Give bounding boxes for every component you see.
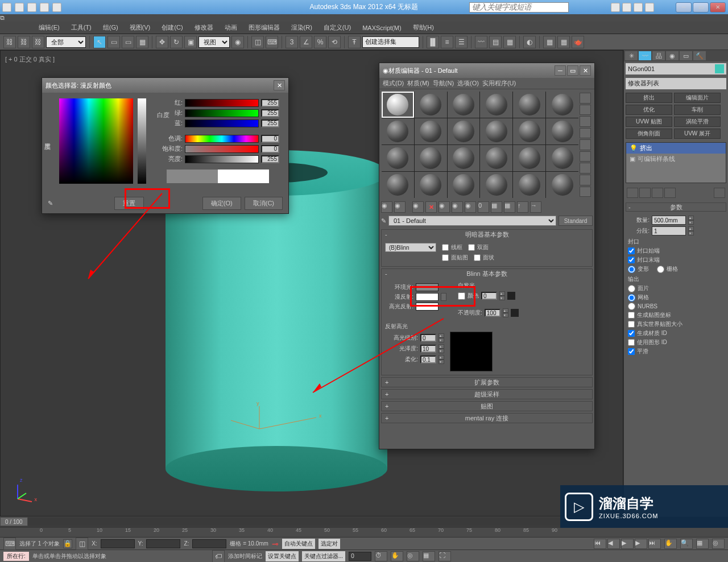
blue-slider[interactable] (185, 119, 259, 127)
x-coord-input[interactable] (101, 539, 135, 548)
show-end-icon[interactable]: ▦ (504, 201, 515, 213)
backlight-icon[interactable] (580, 105, 591, 115)
mod-editpatch-button[interactable]: 编辑面片 (674, 93, 721, 103)
hierarchy-tab-icon[interactable]: 品 (652, 51, 665, 60)
blinn-rollout-header[interactable]: Blinn 基本参数 (382, 269, 592, 278)
background-icon[interactable] (580, 116, 591, 127)
help-icon[interactable] (645, 3, 654, 12)
mray-rollout-header[interactable]: mental ray 连接 (382, 414, 592, 423)
val-slider[interactable] (185, 155, 259, 163)
set-key-button[interactable]: 设置关键点 (266, 551, 299, 561)
mat-options-menu[interactable]: 选项(O) (457, 79, 479, 88)
menu-help[interactable]: 帮助(H) (408, 22, 439, 33)
menu-views[interactable]: 视图(V) (125, 22, 155, 33)
sample-slot[interactable] (480, 145, 512, 171)
layer-icon[interactable]: ☰ (455, 36, 468, 48)
mod-lathe-button[interactable]: 车削 (674, 105, 721, 115)
facemap-checkbox[interactable] (442, 254, 449, 261)
maximize-button[interactable]: ▭ (693, 2, 709, 13)
lock-icon[interactable]: 🔒 (63, 539, 72, 548)
sample-slot[interactable] (382, 92, 414, 118)
sample-type-icon[interactable] (580, 93, 591, 104)
sample-slot[interactable] (448, 172, 480, 198)
real-world-checkbox[interactable] (628, 321, 635, 328)
angle-snap-icon[interactable]: ∠ (300, 36, 312, 48)
lock-icon[interactable] (441, 293, 446, 301)
menu-create[interactable]: 创建(C) (157, 22, 187, 33)
val-input[interactable] (261, 155, 279, 163)
time-slider-thumb[interactable]: 0 / 100 (0, 517, 28, 526)
spec-level-input[interactable] (420, 334, 436, 342)
select-by-mat-icon[interactable] (580, 175, 591, 185)
sample-slot[interactable] (513, 145, 545, 171)
viewport-nav-icon[interactable]: ✋ (664, 539, 677, 549)
make-copy-icon[interactable]: ◉ (439, 201, 450, 213)
sample-slot[interactable] (415, 145, 447, 171)
app-logo-icon[interactable]: ⧉ (0, 14, 728, 22)
sample-slot[interactable] (546, 172, 578, 198)
select-name-icon[interactable]: ▭ (107, 36, 120, 48)
show-map-icon[interactable]: ▦ (491, 201, 502, 213)
edit-named-icon[interactable]: Ŧ (348, 36, 361, 48)
viewport-nav-icon[interactable]: 🔍 (680, 539, 693, 549)
prev-frame-icon[interactable]: ◀ (607, 539, 620, 549)
cancel-button[interactable]: 取消(C) (245, 197, 283, 210)
z-coord-input[interactable] (192, 539, 226, 548)
ref-coord-select[interactable]: 视图 (198, 36, 230, 48)
menu-tools[interactable]: 工具(T) (67, 22, 96, 33)
remove-mod-icon[interactable] (664, 188, 676, 198)
undo-icon[interactable] (40, 3, 49, 12)
key-icon[interactable]: ⊸ (272, 539, 279, 548)
create-tab-icon[interactable]: ✳ (625, 51, 638, 60)
ext-rollout-header[interactable]: 扩展参数 (382, 378, 592, 387)
eyedropper-icon[interactable]: ✎ (381, 217, 386, 225)
material-name-select[interactable]: 01 - Default (388, 216, 556, 226)
tool-icon[interactable] (611, 3, 620, 12)
goto-end-icon[interactable]: ⏭ (648, 539, 661, 549)
sample-slot[interactable] (513, 92, 545, 118)
opacity-input[interactable] (485, 309, 500, 317)
material-editor-titlebar[interactable]: ◉ 材质编辑器 - 01 - Default ─ ▭ ✕ (379, 63, 594, 78)
goto-start-icon[interactable]: ⏮ (594, 539, 606, 549)
go-parent-icon[interactable]: ↑ (517, 201, 528, 213)
material-type-button[interactable]: Standard (559, 216, 593, 226)
sat-input[interactable] (261, 145, 279, 153)
schematic-icon[interactable]: ▦ (503, 36, 516, 48)
mat-navigate-menu[interactable]: 导航(N) (433, 79, 454, 88)
uv-tiling-icon[interactable] (580, 128, 591, 139)
sample-slot[interactable] (382, 172, 414, 198)
go-sibling-icon[interactable]: → (530, 201, 541, 213)
spinner-snap-icon[interactable]: ⟲ (328, 36, 341, 48)
soften-input[interactable] (420, 356, 436, 363)
move-tool-icon[interactable]: ✥ (156, 36, 168, 48)
make-preview-icon[interactable] (580, 151, 591, 162)
next-frame-icon[interactable]: ▶ (635, 539, 647, 549)
sample-slot[interactable] (448, 145, 480, 171)
open-icon[interactable] (15, 3, 24, 12)
stack-spline-item[interactable]: ▣ 可编辑样条线 (626, 154, 726, 164)
opacity-map-button[interactable] (511, 309, 519, 317)
minimize-button[interactable]: ─ (676, 2, 692, 13)
mat-utilities-menu[interactable]: 实用程序(U) (482, 79, 516, 88)
supersample-rollout-header[interactable]: 超级采样 (382, 390, 592, 399)
keyboard-icon[interactable]: ⌨ (266, 36, 278, 48)
get-material-icon[interactable]: ◉ (381, 201, 392, 213)
render-icon[interactable]: 🫖 (572, 36, 584, 48)
smooth-checkbox[interactable] (628, 348, 635, 355)
show-result-icon[interactable] (639, 188, 651, 198)
reset-map-icon[interactable]: ✕ (425, 201, 437, 213)
sample-slot[interactable] (546, 118, 578, 144)
modifier-stack[interactable]: 💡 挤出 ▣ 可编辑样条线 (626, 142, 726, 183)
patch-radio[interactable] (628, 285, 635, 292)
modifier-list-select[interactable]: 修改器列表 (626, 78, 726, 89)
gen-matid-checkbox[interactable] (628, 330, 635, 337)
close-icon[interactable]: ✕ (274, 80, 285, 90)
tool-icon[interactable] (634, 3, 643, 12)
unlink-icon[interactable]: ⛓ (18, 36, 30, 48)
mod-bevelprofile-button[interactable]: 倒角剖面 (626, 129, 672, 139)
mod-turbosmooth-button[interactable]: 涡轮平滑 (674, 117, 721, 127)
material-id-icon[interactable]: 0 (478, 201, 489, 213)
viewport-nav-icon[interactable]: ▦ (423, 551, 435, 561)
utilities-tab-icon[interactable]: 🔨 (693, 51, 706, 60)
twosided-checkbox[interactable] (468, 244, 475, 251)
